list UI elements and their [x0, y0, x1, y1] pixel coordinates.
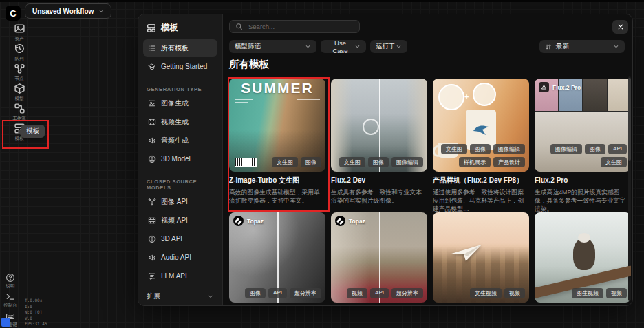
card-description: 通过使用多参考一致性将设计图案应用到包装、马克杯等产品上，创建产品模型… — [433, 188, 529, 214]
badge: 图像 — [585, 144, 605, 154]
badge: API — [608, 144, 627, 154]
topaz-logo-icon — [233, 216, 244, 226]
panel-item-getting-started[interactable]: Getting Started — [143, 58, 217, 75]
panel-item-label: 视频 API — [161, 216, 188, 225]
panel-item-video-api[interactable]: 视频 API — [143, 212, 217, 229]
paper-plane — [451, 244, 482, 262]
decor-line — [235, 102, 248, 103]
sidebar-tooltip: 模板 — [21, 125, 45, 138]
topaz-logo-text: Topaz — [247, 218, 264, 225]
template-card-topaz-video[interactable]: Topaz 视频 API 超分辨率 — [331, 212, 427, 303]
globe-3d-icon — [148, 235, 156, 243]
card-badges: 图生视频 视频 — [539, 288, 627, 298]
card-badges: 文生图 图像 图像编辑 样机展示 产品设计 — [437, 144, 525, 167]
history-icon — [14, 43, 25, 54]
panel-item-label: 3D Model — [161, 155, 191, 163]
decor-lens — [363, 119, 379, 135]
template-card-topaz-image[interactable]: Topaz 图像 API 超分辨率 — [229, 212, 325, 303]
sidebar-item-console[interactable]: 控制台 — [2, 292, 19, 309]
card-badges: 文生图 图像 — [233, 157, 321, 167]
decor-detail-circle — [473, 83, 496, 106]
graduation-cap-icon — [148, 63, 156, 71]
chevron-down-icon — [613, 43, 619, 50]
card-image: Topaz 视频 API 超分辨率 — [331, 212, 427, 303]
speaker-icon — [148, 136, 156, 145]
card-image: 文生视频 视频 — [433, 212, 529, 303]
card-description: 生成高达4MP的照片级真实感图像，具备多参考一致性与专业文字渲染。 — [535, 188, 631, 214]
badge: API — [370, 288, 389, 298]
template-card-text-to-video[interactable]: 文生视频 视频 — [433, 212, 529, 303]
sidebar-item-workflows[interactable]: 工作流 — [7, 103, 32, 122]
topaz-logo-text: Topaz — [349, 218, 365, 225]
template-card-flux2-dev[interactable]: 文生图 图像 图像编辑 Flux.2 Dev 生成具有多参考一致性和专业文本渲染… — [331, 79, 427, 214]
bottom-left-badge — [1, 318, 10, 327]
panel-item-all-templates[interactable]: 所有模板 — [143, 39, 217, 57]
panel-item-label: 图像 API — [161, 197, 188, 207]
sidebar-item-nodes[interactable]: 节点 — [7, 63, 32, 82]
sidebar-label: 资产 — [15, 36, 24, 42]
sidebar-item-queue[interactable]: 队列 — [7, 43, 32, 62]
panel-item-video-generation[interactable]: 视频生成 — [143, 113, 217, 130]
logo-letter: C — [10, 8, 16, 19]
chat-icon — [148, 272, 156, 280]
card-row-1: SUMMER 文生图 图像 Z-Image-Turbo 文生图 高效的图像生成基… — [229, 79, 631, 214]
template-card-image-to-video[interactable]: 图生视频 视频 — [535, 212, 631, 303]
badge: 样机展示 — [459, 157, 491, 167]
app-logo[interactable]: C — [6, 6, 21, 21]
scrollbar-thumb[interactable] — [628, 78, 631, 161]
card-image: SUMMER 文生图 图像 — [229, 79, 325, 172]
panel-item-label: Audio API — [161, 254, 191, 261]
panel-item-audio-generation[interactable]: 音频生成 — [143, 132, 217, 149]
search-box[interactable] — [229, 20, 360, 33]
chevron-down-icon — [98, 8, 104, 14]
badge: 超分辨率 — [290, 288, 321, 298]
network-icon — [148, 198, 156, 206]
card-image: Topaz 图像 API 超分辨率 — [229, 212, 325, 303]
sidebar-item-assets[interactable]: 资产 — [7, 23, 32, 42]
cube-icon — [14, 83, 25, 94]
panel-item-image-generation[interactable]: 图像生成 — [143, 94, 217, 112]
sort-dropdown[interactable]: 最新 — [539, 40, 625, 53]
badge: 图像编辑 — [391, 157, 423, 167]
use-case-dropdown[interactable]: Use Case — [321, 40, 366, 53]
card-description: 生成具有多参考一致性和专业文本渲染的写实照片级图像。 — [331, 188, 427, 205]
close-button[interactable] — [612, 20, 628, 34]
chevron-down-icon — [354, 43, 361, 50]
panel-item-audio-api[interactable]: Audio API — [143, 249, 217, 266]
sort-arrows-icon — [545, 43, 552, 50]
stat-v: V:0 — [25, 316, 47, 322]
template-content: 模型筛选 Use Case 运行于 最新 所有模板 — [223, 14, 632, 305]
badge: API — [268, 288, 287, 298]
panel-item-label: 音频生成 — [161, 136, 189, 145]
question-icon — [6, 273, 15, 283]
filter-label: Use Case — [326, 39, 354, 54]
panel-item-llm-api[interactable]: LLM API — [143, 267, 217, 285]
badge: 文生图 — [601, 157, 627, 167]
topaz-logo-chip: Topaz — [233, 216, 264, 226]
section-header-generation-type: GENERATION TYPE — [147, 86, 222, 92]
panel-item-3d-api[interactable]: 3D API — [143, 230, 217, 247]
plus-mark: + — [464, 92, 469, 101]
workflow-title-button[interactable]: Unsaved Workflow — [25, 3, 111, 19]
template-card-flux2-pro[interactable]: Flux.2 Pro 图像编辑 图像 API 文生图 Flux.2 Pro 生成… — [535, 79, 631, 214]
page-title: 所有模板 — [229, 58, 269, 71]
template-browser-dialog: 模板 所有模板 Getting Started GENERATION TYPE … — [138, 14, 633, 306]
search-input[interactable] — [247, 22, 354, 31]
perf-stats: T:0.00s I:0 N:0 [0] V:0 FPS:31.45 — [25, 298, 47, 327]
model-filter-dropdown[interactable]: 模型筛选 — [229, 40, 316, 53]
runs-on-dropdown[interactable]: 运行于 — [370, 40, 407, 53]
badge: 图像 — [368, 157, 389, 167]
panel-item-3d-model[interactable]: 3D Model — [143, 150, 217, 167]
panel-item-image-api[interactable]: 图像 API — [143, 193, 217, 210]
image-assets-icon — [14, 23, 25, 34]
sidebar-item-models[interactable]: 模型 — [7, 83, 32, 102]
panel-footer-extensions[interactable]: 扩展 — [138, 287, 222, 305]
card-description: 高效的图像生成基础模型，采用单流扩散变换器，支持中英文。 — [229, 188, 325, 205]
globe-3d-icon — [148, 155, 156, 163]
decor-creature — [573, 238, 595, 270]
template-card-product-mockup[interactable]: + 文生图 图像 图像编辑 样机展示 产品设计 产品样机（ — [433, 79, 529, 214]
badge: 视频 — [606, 288, 627, 298]
badge: 产品设计 — [493, 157, 525, 167]
sidebar-item-help[interactable]: 说明 — [2, 273, 19, 289]
template-card-z-image-turbo[interactable]: SUMMER 文生图 图像 Z-Image-Turbo 文生图 高效的图像生成基… — [229, 79, 325, 214]
